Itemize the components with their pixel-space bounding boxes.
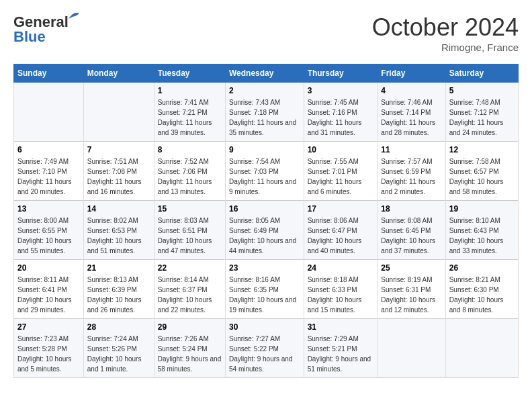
day-info: Sunrise: 7:49 AMSunset: 7:10 PMDaylight:… xyxy=(17,156,80,197)
day-number: 6 xyxy=(17,145,80,154)
day-cell: 26Sunrise: 8:21 AMSunset: 6:30 PMDayligh… xyxy=(445,260,518,319)
day-info: Sunrise: 8:11 AMSunset: 6:41 PMDaylight:… xyxy=(17,275,80,315)
day-info: Sunrise: 8:02 AMSunset: 6:53 PMDaylight:… xyxy=(87,216,150,256)
day-info: Sunrise: 7:48 AMSunset: 7:12 PMDaylight:… xyxy=(449,97,515,138)
logo-general: General xyxy=(13,13,69,30)
day-number: 11 xyxy=(381,145,441,154)
day-number: 2 xyxy=(229,86,300,95)
day-number: 9 xyxy=(229,145,300,154)
day-cell xyxy=(445,319,518,378)
day-info: Sunrise: 7:29 AMSunset: 5:21 PMDaylight:… xyxy=(308,334,374,374)
weekday-header-row: SundayMondayTuesdayWednesdayThursdayFrid… xyxy=(14,64,519,83)
day-cell: 7Sunrise: 7:51 AMSunset: 7:08 PMDaylight… xyxy=(83,142,154,201)
day-info: Sunrise: 8:05 AMSunset: 6:49 PMDaylight:… xyxy=(229,216,300,256)
day-number: 23 xyxy=(229,263,300,273)
day-cell: 27Sunrise: 7:23 AMSunset: 5:28 PMDayligh… xyxy=(14,319,84,378)
day-info: Sunrise: 7:24 AMSunset: 5:26 PMDaylight:… xyxy=(87,334,150,374)
logo-wing-icon xyxy=(67,11,81,20)
day-info: Sunrise: 8:21 AMSunset: 6:30 PMDaylight:… xyxy=(449,275,515,315)
weekday-header-sunday: Sunday xyxy=(14,64,84,83)
calendar-table: SundayMondayTuesdayWednesdayThursdayFrid… xyxy=(13,64,519,378)
week-row-5: 27Sunrise: 7:23 AMSunset: 5:28 PMDayligh… xyxy=(14,319,519,378)
day-info: Sunrise: 7:58 AMSunset: 6:57 PMDaylight:… xyxy=(449,156,515,197)
day-info: Sunrise: 8:03 AMSunset: 6:51 PMDaylight:… xyxy=(158,216,222,256)
day-cell: 28Sunrise: 7:24 AMSunset: 5:26 PMDayligh… xyxy=(83,319,154,378)
day-number: 16 xyxy=(229,204,300,214)
day-number: 4 xyxy=(381,86,441,95)
week-row-2: 6Sunrise: 7:49 AMSunset: 7:10 PMDaylight… xyxy=(14,142,519,201)
day-number: 26 xyxy=(449,263,515,273)
day-cell: 16Sunrise: 8:05 AMSunset: 6:49 PMDayligh… xyxy=(225,201,304,260)
day-info: Sunrise: 8:13 AMSunset: 6:39 PMDaylight:… xyxy=(87,275,150,315)
day-info: Sunrise: 8:00 AMSunset: 6:55 PMDaylight:… xyxy=(17,216,80,256)
logo: General Blue xyxy=(13,13,69,46)
day-number: 17 xyxy=(308,204,374,214)
day-number: 29 xyxy=(158,322,222,332)
day-cell: 20Sunrise: 8:11 AMSunset: 6:41 PMDayligh… xyxy=(14,260,84,319)
day-info: Sunrise: 7:54 AMSunset: 7:03 PMDaylight:… xyxy=(229,156,300,197)
day-number: 13 xyxy=(17,204,80,214)
day-cell xyxy=(83,83,154,142)
day-cell: 22Sunrise: 8:14 AMSunset: 6:37 PMDayligh… xyxy=(154,260,225,319)
day-number: 19 xyxy=(449,204,515,214)
day-number: 31 xyxy=(308,322,374,332)
day-number: 20 xyxy=(17,263,80,273)
day-info: Sunrise: 7:55 AMSunset: 7:01 PMDaylight:… xyxy=(308,156,374,197)
day-cell xyxy=(378,319,445,378)
weekday-header-thursday: Thursday xyxy=(304,64,378,83)
day-cell: 6Sunrise: 7:49 AMSunset: 7:10 PMDaylight… xyxy=(14,142,84,201)
day-number: 18 xyxy=(381,204,441,214)
day-info: Sunrise: 7:46 AMSunset: 7:14 PMDaylight:… xyxy=(381,97,441,138)
day-cell: 31Sunrise: 7:29 AMSunset: 5:21 PMDayligh… xyxy=(304,319,378,378)
day-cell: 9Sunrise: 7:54 AMSunset: 7:03 PMDaylight… xyxy=(225,142,304,201)
title-block: October 2024 Rimogne, France xyxy=(372,13,519,53)
location: Rimogne, France xyxy=(372,42,519,53)
day-cell: 17Sunrise: 8:06 AMSunset: 6:47 PMDayligh… xyxy=(304,201,378,260)
day-info: Sunrise: 7:41 AMSunset: 7:21 PMDaylight:… xyxy=(158,97,222,138)
day-info: Sunrise: 7:26 AMSunset: 5:24 PMDaylight:… xyxy=(158,334,222,374)
day-info: Sunrise: 8:16 AMSunset: 6:35 PMDaylight:… xyxy=(229,275,300,315)
day-cell: 5Sunrise: 7:48 AMSunset: 7:12 PMDaylight… xyxy=(445,83,518,142)
day-cell: 23Sunrise: 8:16 AMSunset: 6:35 PMDayligh… xyxy=(225,260,304,319)
weekday-header-friday: Friday xyxy=(378,64,445,83)
day-info: Sunrise: 7:45 AMSunset: 7:16 PMDaylight:… xyxy=(308,97,374,138)
day-info: Sunrise: 7:43 AMSunset: 7:18 PMDaylight:… xyxy=(229,97,300,138)
day-number: 10 xyxy=(308,145,374,154)
day-info: Sunrise: 8:08 AMSunset: 6:45 PMDaylight:… xyxy=(381,216,441,256)
day-cell: 14Sunrise: 8:02 AMSunset: 6:53 PMDayligh… xyxy=(83,201,154,260)
day-info: Sunrise: 8:10 AMSunset: 6:43 PMDaylight:… xyxy=(449,216,515,256)
weekday-header-tuesday: Tuesday xyxy=(154,64,225,83)
week-row-1: 1Sunrise: 7:41 AMSunset: 7:21 PMDaylight… xyxy=(14,83,519,142)
day-cell: 12Sunrise: 7:58 AMSunset: 6:57 PMDayligh… xyxy=(445,142,518,201)
day-info: Sunrise: 8:06 AMSunset: 6:47 PMDaylight:… xyxy=(308,216,374,256)
day-number: 30 xyxy=(229,322,300,332)
day-cell: 10Sunrise: 7:55 AMSunset: 7:01 PMDayligh… xyxy=(304,142,378,201)
day-number: 15 xyxy=(158,204,222,214)
day-number: 28 xyxy=(87,322,150,332)
weekday-header-monday: Monday xyxy=(83,64,154,83)
day-info: Sunrise: 7:52 AMSunset: 7:06 PMDaylight:… xyxy=(158,156,222,197)
day-cell: 21Sunrise: 8:13 AMSunset: 6:39 PMDayligh… xyxy=(83,260,154,319)
day-cell: 4Sunrise: 7:46 AMSunset: 7:14 PMDaylight… xyxy=(378,83,445,142)
day-number: 14 xyxy=(87,204,150,214)
day-cell: 15Sunrise: 8:03 AMSunset: 6:51 PMDayligh… xyxy=(154,201,225,260)
day-number: 27 xyxy=(17,322,80,332)
day-number: 3 xyxy=(308,86,374,95)
month-title: October 2024 xyxy=(372,13,519,42)
week-row-4: 20Sunrise: 8:11 AMSunset: 6:41 PMDayligh… xyxy=(14,260,519,319)
day-number: 21 xyxy=(87,263,150,273)
day-number: 1 xyxy=(158,86,222,95)
day-number: 7 xyxy=(87,145,150,154)
day-number: 12 xyxy=(449,145,515,154)
day-number: 25 xyxy=(381,263,441,273)
day-number: 22 xyxy=(158,263,222,273)
day-cell: 11Sunrise: 7:57 AMSunset: 6:59 PMDayligh… xyxy=(378,142,445,201)
day-cell: 30Sunrise: 7:27 AMSunset: 5:22 PMDayligh… xyxy=(225,319,304,378)
day-cell: 3Sunrise: 7:45 AMSunset: 7:16 PMDaylight… xyxy=(304,83,378,142)
weekday-header-wednesday: Wednesday xyxy=(225,64,304,83)
day-cell: 1Sunrise: 7:41 AMSunset: 7:21 PMDaylight… xyxy=(154,83,225,142)
week-row-3: 13Sunrise: 8:00 AMSunset: 6:55 PMDayligh… xyxy=(14,201,519,260)
day-cell: 8Sunrise: 7:52 AMSunset: 7:06 PMDaylight… xyxy=(154,142,225,201)
day-cell: 18Sunrise: 8:08 AMSunset: 6:45 PMDayligh… xyxy=(378,201,445,260)
weekday-header-saturday: Saturday xyxy=(445,64,518,83)
